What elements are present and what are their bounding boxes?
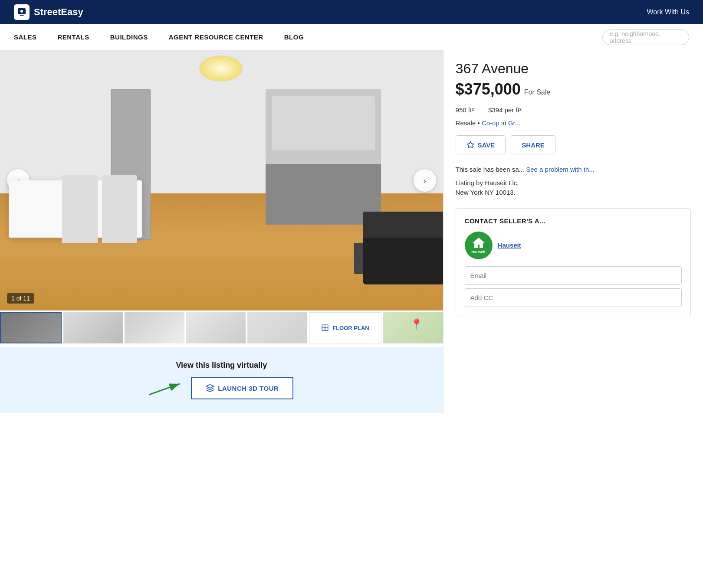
thumbnail-1[interactable] (0, 312, 62, 343)
floor-plan-label: FLOOR PLAN (332, 325, 369, 331)
green-arrow-icon (149, 379, 184, 397)
virtual-tour-banner: View this listing virtually (0, 347, 443, 413)
listing-price-per-sqft: $394 per ft² (488, 106, 529, 114)
logo-icon (14, 4, 30, 20)
listing-column: 367 Avenue $375,000 For Sale 950 ft² $39… (443, 50, 703, 413)
thumbnail-5[interactable] (247, 312, 307, 343)
contact-inputs (465, 266, 682, 307)
svg-marker-8 (467, 142, 473, 148)
image-counter: 1 of 11 (7, 293, 34, 304)
house-icon (472, 237, 486, 249)
work-with-us-link[interactable]: Work With Us (647, 8, 689, 16)
nav-buildings[interactable]: BUILDINGS (110, 26, 148, 49)
thumbnail-3[interactable] (125, 312, 184, 343)
logo-text: StreetEasy (34, 7, 83, 18)
main-photo (0, 50, 443, 310)
content-area: ‹ › 1 of 11 (0, 50, 703, 413)
floor-plan-button[interactable]: FLOOR PLAN (309, 312, 381, 343)
agent-name-link[interactable]: Hauseit (498, 242, 521, 249)
thumbnail-4[interactable] (186, 312, 246, 343)
action-buttons: SAVE SHARE (456, 135, 691, 154)
tour-button-label: LAUNCH 3D TOUR (218, 385, 279, 392)
agent-info: Hauseit Hauseit (465, 232, 682, 259)
agent-name-area: Hauseit (498, 242, 682, 249)
agent-logo-text: Hauseit (471, 250, 486, 254)
sofa-back (363, 212, 443, 238)
listing-type: Resale • Co-op in Gr... (456, 119, 691, 127)
kitchen-cabinets (272, 96, 375, 150)
nav-blog[interactable]: BLOG (284, 26, 304, 49)
email-field[interactable] (465, 266, 682, 285)
listing-sqft: 950 ft² (456, 106, 481, 114)
map-thumbnail[interactable]: 📍 (383, 312, 443, 343)
top-header: StreetEasy Work With Us (0, 0, 703, 24)
star-icon (466, 141, 474, 149)
save-button[interactable]: SAVE (456, 135, 506, 154)
svg-point-1 (20, 10, 23, 13)
arrow-container: LAUNCH 3D TOUR (149, 377, 293, 399)
listing-address: 367 Avenue (456, 61, 691, 77)
cube-icon (206, 384, 214, 392)
listing-price-amount: $375,000 (456, 80, 521, 98)
neighborhood-link[interactable]: Gr... (508, 119, 520, 127)
next-image-button[interactable]: › (414, 169, 436, 192)
agent-logo: Hauseit (465, 232, 493, 259)
see-problem-link[interactable]: See a problem with th... (526, 166, 595, 173)
listing-stats: 950 ft² $394 per ft² (456, 105, 691, 114)
nav-sales[interactable]: SALES (14, 26, 37, 49)
listing-price-row: $375,000 For Sale (456, 80, 691, 98)
cc-field[interactable] (465, 288, 682, 307)
main-nav: SALES RENTALS BUILDINGS AGENT RESOURCE C… (0, 24, 703, 50)
map-pin-icon: 📍 (410, 318, 423, 330)
stat-divider (481, 105, 481, 114)
nav-rentals[interactable]: RENTALS (58, 26, 89, 49)
svg-line-7 (149, 384, 180, 395)
nav-agent-resource-center[interactable]: AGENT RESOURCE CENTER (169, 26, 263, 49)
logo[interactable]: StreetEasy (14, 4, 83, 20)
listing-price-label: For Sale (524, 88, 550, 96)
search-placeholder: e.g. neighborhood, address (610, 30, 682, 44)
kitchen-area (266, 89, 381, 225)
chair-1 (62, 175, 98, 243)
ceiling-light (199, 56, 243, 82)
contact-card: CONTACT SELLER'S A... Hauseit Hauseit (456, 208, 691, 316)
virtual-tour-title: View this listing virtually (176, 361, 267, 370)
share-button[interactable]: SHARE (511, 135, 555, 154)
launch-3d-tour-button[interactable]: LAUNCH 3D TOUR (191, 377, 293, 399)
contact-card-title: CONTACT SELLER'S A... (465, 217, 682, 225)
sale-notice: This sale has been sa... See a problem w… (456, 165, 691, 175)
thumbnail-2[interactable] (63, 312, 123, 343)
svg-rect-2 (20, 15, 24, 16)
gallery-column: ‹ › 1 of 11 (0, 50, 443, 413)
listing-by: Listing by Hauseit Llc, Listing by Hause… (456, 178, 691, 198)
chair-2 (102, 175, 138, 243)
main-image-container: ‹ › 1 of 11 (0, 50, 443, 310)
thumbnails-row: FLOOR PLAN 📍 (0, 310, 443, 345)
search-input[interactable]: e.g. neighborhood, address (602, 29, 689, 45)
coop-link[interactable]: Co-op (482, 119, 499, 127)
